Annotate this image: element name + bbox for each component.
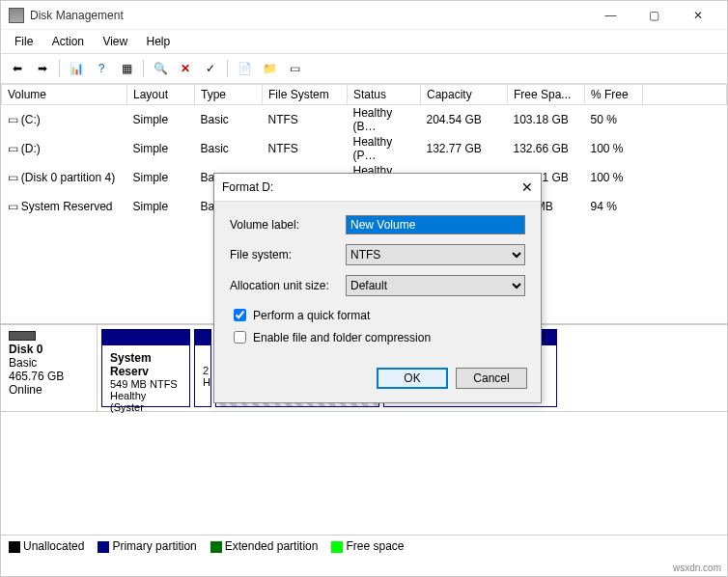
- col-status[interactable]: Status: [348, 85, 421, 105]
- legend-item: Free space: [331, 539, 404, 553]
- delete-icon[interactable]: ✕: [175, 58, 196, 79]
- menu-file[interactable]: File: [7, 33, 41, 50]
- table-row[interactable]: ▭ (D:)SimpleBasicNTFSHealthy (P…132.77 G…: [2, 134, 727, 163]
- disk-management-icon: [9, 8, 24, 23]
- legend-item: Extended partition: [210, 539, 319, 553]
- attribution: wsxdn.com: [673, 563, 721, 573]
- close-button[interactable]: ✕: [676, 2, 719, 29]
- window-title: Disk Management: [30, 9, 589, 22]
- compression-label: Enable file and folder compression: [253, 331, 431, 344]
- table-row[interactable]: ▭ (C:)SimpleBasicNTFSHealthy (B…204.54 G…: [2, 105, 727, 135]
- legend: UnallocatedPrimary partitionExtended par…: [1, 535, 727, 557]
- properties-icon[interactable]: ✓: [200, 58, 221, 79]
- legend-item: Unallocated: [9, 539, 84, 553]
- format-dialog: Format D: ✕ Volume label: File system: N…: [213, 173, 542, 403]
- cancel-button[interactable]: Cancel: [456, 368, 527, 389]
- dialog-title: Format D:: [222, 180, 273, 194]
- minimize-button[interactable]: —: [589, 2, 632, 29]
- col-free[interactable]: Free Spa...: [508, 85, 585, 105]
- col-layout[interactable]: Layout: [127, 85, 195, 105]
- toolbar: ⬅ ➡ 📊 ? ▦ 🔍 ✕ ✓ 📄 📁 ▭: [1, 54, 727, 84]
- menu-action[interactable]: Action: [44, 33, 92, 50]
- file-system-select[interactable]: NTFS: [346, 244, 525, 265]
- menu-help[interactable]: Help: [139, 33, 179, 50]
- col-pct[interactable]: % Free: [585, 85, 643, 105]
- disk-type: Basic: [9, 356, 37, 370]
- back-icon[interactable]: ⬅: [7, 58, 28, 79]
- col-capacity[interactable]: Capacity: [421, 85, 508, 105]
- action1-icon[interactable]: 📄: [234, 58, 255, 79]
- maximize-button[interactable]: ▢: [632, 2, 676, 29]
- col-fs[interactable]: File System: [263, 85, 348, 105]
- quick-format-checkbox[interactable]: [234, 309, 246, 321]
- view-icon[interactable]: 📊: [66, 58, 87, 79]
- help-icon[interactable]: ?: [91, 58, 112, 79]
- allocation-label: Allocation unit size:: [230, 279, 346, 292]
- ok-button[interactable]: OK: [377, 368, 448, 389]
- volume-label-input[interactable]: [346, 215, 525, 234]
- menu-view[interactable]: View: [95, 33, 135, 50]
- grid-icon[interactable]: ▦: [116, 58, 137, 79]
- action3-icon[interactable]: ▭: [284, 58, 305, 79]
- dialog-close-icon[interactable]: ✕: [521, 179, 533, 195]
- volume-label-label: Volume label:: [230, 218, 346, 232]
- col-volume[interactable]: Volume: [2, 85, 127, 105]
- forward-icon[interactable]: ➡: [32, 58, 53, 79]
- refresh-icon[interactable]: 🔍: [150, 58, 171, 79]
- compression-checkbox[interactable]: [234, 331, 246, 343]
- allocation-select[interactable]: Default: [346, 275, 525, 296]
- disk-name: Disk 0: [9, 343, 42, 356]
- action2-icon[interactable]: 📁: [259, 58, 280, 79]
- disk-status: Online: [9, 383, 42, 397]
- partition[interactable]: System Reserv549 MB NTFSHealthy (Syster: [101, 329, 190, 407]
- file-system-label: File system:: [230, 248, 346, 261]
- menu-bar: File Action View Help: [1, 30, 727, 54]
- legend-item: Primary partition: [98, 539, 196, 553]
- disk-icon: [9, 331, 36, 341]
- disk-info[interactable]: Disk 0 Basic 465.76 GB Online: [1, 325, 98, 411]
- col-type[interactable]: Type: [195, 85, 263, 105]
- quick-format-label: Perform a quick format: [253, 309, 370, 322]
- partition[interactable]: 2H: [194, 329, 211, 407]
- disk-size: 465.76 GB: [9, 370, 64, 383]
